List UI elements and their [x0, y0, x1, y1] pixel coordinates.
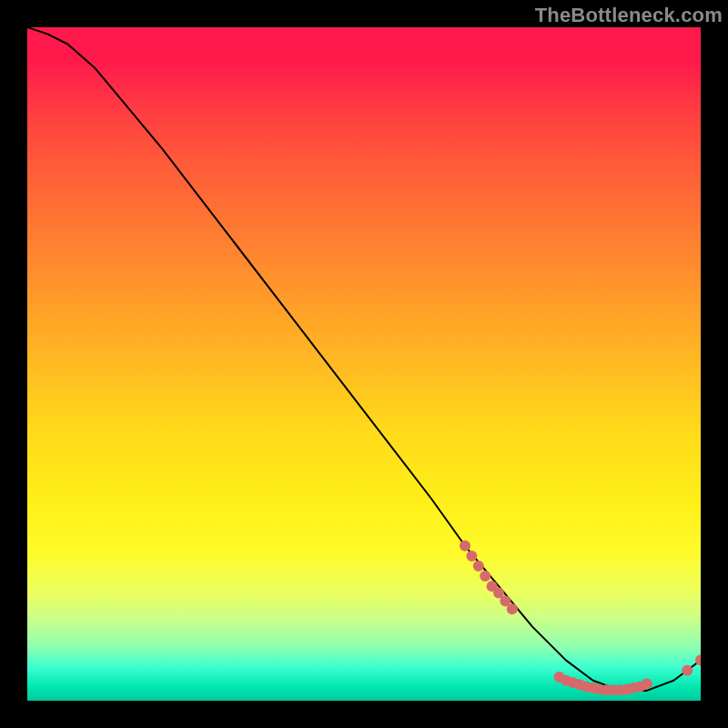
data-point [473, 561, 484, 571]
bottleneck-curve [27, 27, 701, 691]
data-point [460, 541, 470, 551]
watermark-text: TheBottleneck.com [535, 4, 723, 27]
data-point [507, 603, 518, 614]
data-point [682, 665, 693, 676]
data-point [480, 571, 490, 581]
plot-area [27, 27, 701, 701]
data-point [466, 551, 477, 561]
chart-svg [27, 27, 701, 701]
data-point [642, 678, 652, 689]
chart-frame: TheBottleneck.com [0, 0, 728, 728]
